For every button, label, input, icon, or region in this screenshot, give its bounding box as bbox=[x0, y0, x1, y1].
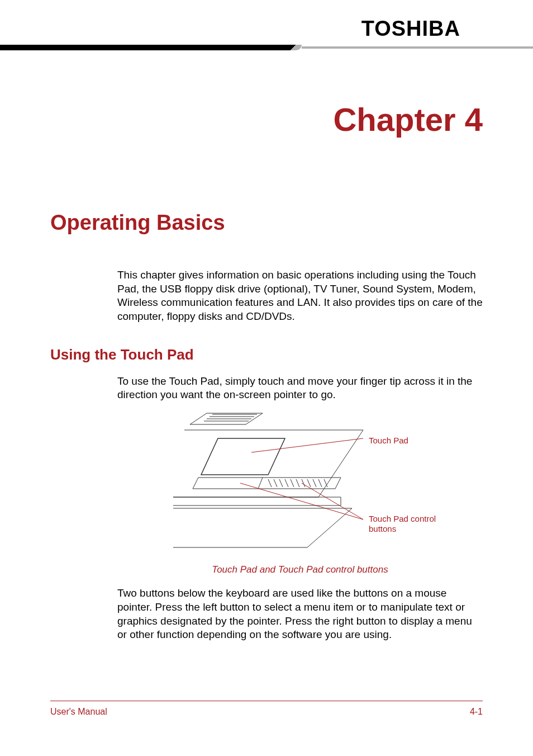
touchpad-diagram: Touch Pad Touch Pad control buttons bbox=[0, 408, 533, 559]
svg-line-0 bbox=[251, 438, 363, 452]
touchpad-para-2: Two buttons below the keyboard are used … bbox=[0, 587, 533, 642]
touchpad-illustration bbox=[173, 408, 374, 553]
subsection-title: Using the Touch Pad bbox=[0, 346, 533, 363]
header-rule bbox=[0, 45, 533, 50]
chapter-title: Chapter 4 bbox=[0, 101, 533, 138]
diagram-label-buttons: Touch Pad control buttons bbox=[369, 514, 447, 534]
diagram-caption: Touch Pad and Touch Pad control buttons bbox=[0, 564, 533, 575]
intro-paragraph: This chapter gives information on basic … bbox=[0, 268, 533, 324]
diagram-label-touchpad: Touch Pad bbox=[369, 436, 408, 445]
touchpad-para-1: To use the Touch Pad, simply touch and m… bbox=[0, 375, 533, 402]
brand-logo: TOSHIBA bbox=[361, 17, 460, 41]
footer-right: 4-1 bbox=[470, 707, 483, 717]
section-title: Operating Basics bbox=[0, 211, 533, 235]
page-footer: User's Manual 4-1 bbox=[50, 701, 483, 717]
footer-left: User's Manual bbox=[50, 707, 107, 717]
